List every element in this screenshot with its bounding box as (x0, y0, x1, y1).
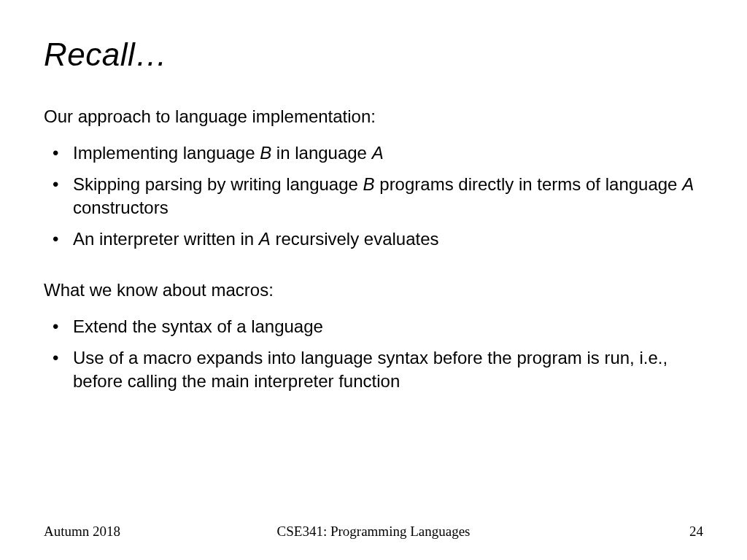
slide-body: Our approach to language implementation:… (44, 105, 703, 394)
slide: Recall… Our approach to language impleme… (0, 0, 747, 560)
footer-center: CSE341: Programming Languages (277, 524, 471, 540)
text-run: Implementing language (73, 143, 260, 163)
list-item: Implementing language B in language A (44, 141, 703, 165)
slide-footer: Autumn 2018 CSE341: Programming Language… (0, 524, 747, 540)
list-item: Use of a macro expands into language syn… (44, 346, 703, 394)
text-run: recursively evaluates (271, 229, 439, 249)
language-b: B (363, 174, 375, 194)
list-item: An interpreter written in A recursively … (44, 228, 703, 251)
list-item: Extend the syntax of a language (44, 315, 703, 338)
footer-left: Autumn 2018 (44, 524, 120, 540)
slide-title: Recall… (44, 36, 703, 73)
language-a: A (259, 229, 271, 249)
text-run: An interpreter written in (73, 229, 259, 249)
list-item: Skipping parsing by writing language B p… (44, 173, 703, 220)
text-run: constructors (73, 198, 169, 217)
language-a: A (682, 174, 694, 194)
intro-paragraph-2: What we know about macros: (44, 279, 703, 302)
text-run: in language (271, 143, 371, 163)
bullet-list-2: Extend the syntax of a language Use of a… (44, 315, 703, 393)
language-a: A (372, 143, 384, 163)
text-run: Skipping parsing by writing language (73, 174, 363, 194)
text-run: programs directly in terms of language (375, 174, 683, 194)
bullet-list-1: Implementing language B in language A Sk… (44, 141, 703, 251)
intro-paragraph-1: Our approach to language implementation: (44, 105, 703, 128)
language-b: B (260, 143, 271, 163)
footer-page-number: 24 (689, 524, 703, 540)
